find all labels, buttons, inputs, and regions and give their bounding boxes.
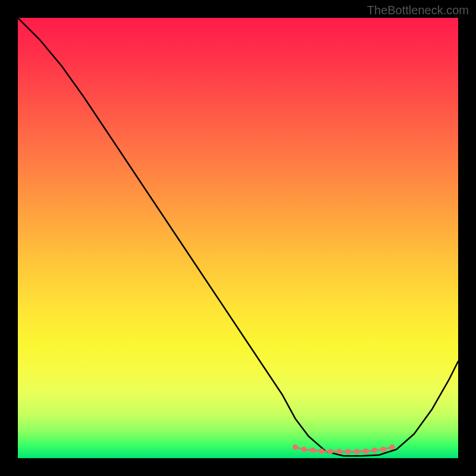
marker-dot: [319, 449, 324, 454]
marker-line: [295, 447, 392, 452]
marker-dot: [354, 449, 359, 454]
marker-dot: [302, 447, 307, 452]
bottleneck-curve-path: [18, 18, 458, 456]
marker-dot: [346, 449, 351, 454]
marker-dot: [310, 447, 315, 453]
watermark-text: TheBottleneck.com: [367, 4, 469, 17]
marker-dot: [293, 444, 298, 450]
marker-dot: [372, 447, 377, 453]
marker-dot: [328, 449, 333, 454]
marker-dot: [381, 447, 386, 452]
optimal-range-dots: [293, 444, 395, 454]
marker-dot: [337, 449, 342, 454]
chart-svg: [18, 18, 458, 458]
marker-dot: [363, 449, 368, 454]
plot-area: [18, 18, 458, 458]
marker-dot: [390, 444, 395, 450]
